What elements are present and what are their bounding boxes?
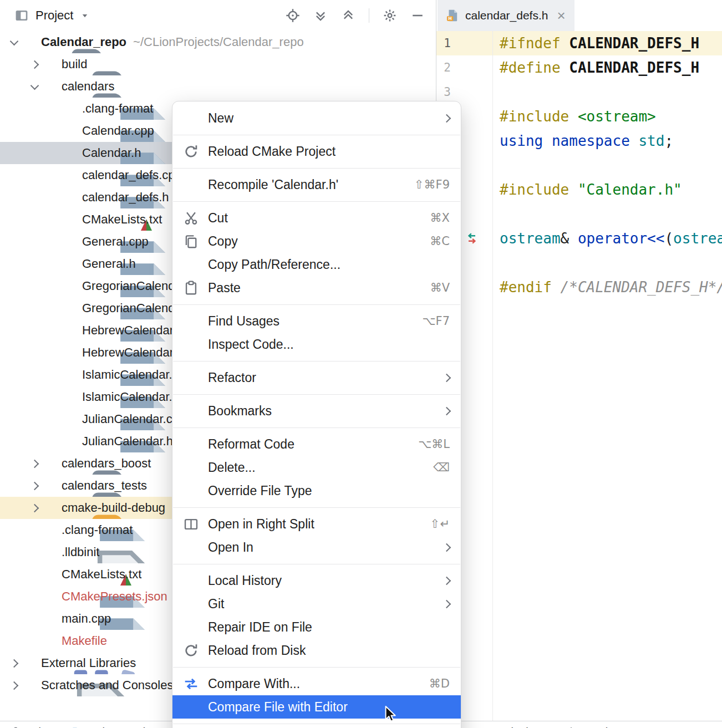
tree-item-label: General.h bbox=[82, 257, 136, 271]
code-line[interactable]: 8 bbox=[436, 202, 722, 226]
tree-item-label: HebrewCalendar.h bbox=[82, 345, 183, 360]
code-text: #include <ostream> bbox=[492, 108, 656, 125]
submenu-chevron-icon bbox=[443, 114, 451, 123]
tree-item-calendars[interactable]: calendars bbox=[0, 75, 436, 98]
tree-chevron-icon[interactable] bbox=[26, 85, 43, 89]
menu-separator bbox=[173, 168, 460, 169]
token-keyword: using bbox=[500, 133, 552, 149]
menu-item-repair-ide-on-file[interactable]: Repair IDE on File bbox=[172, 615, 461, 639]
editor-tab-calendar-defs-h[interactable]: calendar_defs.h × bbox=[438, 0, 574, 31]
menu-item-inspect-code[interactable]: Inspect Code... bbox=[172, 333, 461, 356]
project-pane-icon bbox=[14, 8, 29, 23]
tree-item-label: Makefile bbox=[62, 634, 107, 648]
select-opened-file-button[interactable] bbox=[286, 8, 300, 23]
expand-all-button[interactable] bbox=[313, 8, 328, 23]
code-line[interactable]: 9ostream& operator<<(ostream& out, ... bbox=[436, 226, 722, 251]
submenu-chevron-icon bbox=[443, 599, 451, 608]
toolwindow-button-git[interactable]: Git bbox=[12, 726, 44, 728]
tree-chevron-icon[interactable] bbox=[6, 683, 22, 689]
menu-item-bookmarks[interactable]: Bookmarks bbox=[172, 399, 461, 422]
tree-item-label: cmake-build-debug bbox=[62, 501, 165, 515]
tree-chevron-icon[interactable] bbox=[26, 505, 43, 511]
collapse-all-button[interactable] bbox=[341, 8, 355, 23]
code-line[interactable]: 10 bbox=[436, 251, 722, 275]
split-icon bbox=[184, 517, 199, 532]
tree-item-label: calendars_boost bbox=[62, 456, 151, 471]
menu-item-copy[interactable]: Copy⌘C bbox=[172, 230, 461, 253]
menu-item-refactor[interactable]: Refactor bbox=[172, 366, 461, 389]
menu-item-delete[interactable]: Delete...⌫ bbox=[172, 456, 461, 479]
menu-item-recompile-calendar-h[interactable]: Recompile 'Calendar.h'⇧⌘F9 bbox=[172, 173, 461, 196]
project-view-selector[interactable]: Project bbox=[14, 8, 90, 23]
toolwindow-button-terminal[interactable]: Terminal bbox=[469, 726, 528, 728]
options-menu-button[interactable] bbox=[383, 8, 397, 23]
code-line[interactable]: 11#endif /*CALENDAR_DEFS_H*/ bbox=[436, 275, 722, 299]
tree-chevron-icon[interactable] bbox=[26, 62, 43, 68]
code-line[interactable]: 3 bbox=[436, 80, 722, 104]
tree-item-label: Scratches and Consoles bbox=[41, 678, 173, 693]
toolwindow-button-python-packages[interactable]: Python Packages bbox=[69, 726, 173, 728]
editor-tab-label: calendar_defs.h bbox=[465, 9, 548, 22]
tree-chevron-icon[interactable] bbox=[26, 461, 43, 467]
menu-item-git[interactable]: Git bbox=[172, 592, 461, 615]
menu-item-compare-with[interactable]: Compare With...⌘D bbox=[172, 672, 461, 695]
menu-item-label: Find Usages bbox=[208, 314, 411, 329]
menu-item-label: Repair IDE on File bbox=[208, 620, 450, 635]
menu-item-reload-cmake-project[interactable]: Reload CMake Project bbox=[172, 140, 461, 163]
menu-item-open-in-right-split[interactable]: Open in Right Split⇧↵ bbox=[172, 512, 461, 536]
token-macro: CALENDAR_DEFS_H bbox=[569, 35, 699, 52]
compare-icon bbox=[184, 676, 199, 691]
line-number: 2 bbox=[436, 61, 451, 74]
tree-item-build[interactable]: build bbox=[0, 53, 436, 75]
token-plain: ( bbox=[664, 230, 673, 247]
token-string: "Calendar.h" bbox=[578, 181, 682, 198]
code-line[interactable]: 5using namespace std; bbox=[436, 129, 722, 153]
tree-item-label: IslamicCalendar.h bbox=[82, 390, 179, 404]
menu-item-shortcut: ⇧↵ bbox=[430, 517, 450, 531]
menu-item-label: Compare File with Editor bbox=[208, 700, 450, 715]
tree-item-label: calendar_defs.h bbox=[82, 190, 169, 205]
toolwindow-button-services[interactable]: Services bbox=[565, 726, 626, 728]
menu-item-override-file-type[interactable]: Override File Type bbox=[172, 479, 461, 502]
tree-chevron-icon[interactable] bbox=[6, 40, 22, 44]
close-icon[interactable]: × bbox=[557, 8, 565, 23]
menu-item-copy-path-reference[interactable]: Copy Path/Reference... bbox=[172, 253, 461, 276]
menu-item-paste[interactable]: Paste⌘V bbox=[172, 276, 461, 299]
code-area[interactable]: 1#ifndef CALENDAR_DEFS_H2#define CALENDA… bbox=[436, 31, 722, 721]
tree-item-calendar-repo[interactable]: Calendar_repo~/CLionProjects/Calendar_re… bbox=[0, 31, 436, 53]
menu-item-label: Refactor bbox=[208, 370, 433, 385]
menu-item-find-usages[interactable]: Find Usages⌥F7 bbox=[172, 309, 461, 333]
tree-chevron-icon[interactable] bbox=[26, 483, 43, 489]
menu-item-local-history[interactable]: Local History bbox=[172, 569, 461, 592]
menu-item-reload-from-disk[interactable]: Reload from Disk bbox=[172, 639, 461, 662]
menu-item-open-in[interactable]: Open In bbox=[172, 536, 461, 559]
tree-chevron-icon[interactable] bbox=[6, 660, 22, 666]
menu-separator bbox=[173, 427, 460, 428]
code-text: using namespace std; bbox=[492, 133, 673, 149]
code-line[interactable]: 2#define CALENDAR_DEFS_H bbox=[436, 55, 722, 80]
chevron-down-icon bbox=[80, 11, 90, 21]
mouse-cursor bbox=[384, 705, 399, 724]
hide-panel-button[interactable] bbox=[410, 8, 425, 23]
code-line[interactable]: 1#ifndef CALENDAR_DEFS_H bbox=[436, 31, 722, 55]
token-comment: /*CALENDAR_DEFS_H*/ bbox=[561, 279, 722, 296]
menu-item-reformat-code[interactable]: Reformat Code⌥⌘L bbox=[172, 432, 461, 456]
menu-item-label: Open in Right Split bbox=[208, 517, 419, 532]
menu-item-cut[interactable]: Cut⌘X bbox=[172, 206, 461, 230]
code-line[interactable]: 4#include <ostream> bbox=[436, 104, 722, 129]
code-line[interactable]: 7#include "Calendar.h" bbox=[436, 177, 722, 202]
menu-item-label: Recompile 'Calendar.h' bbox=[208, 177, 403, 192]
menu-item-compare-file-with-editor[interactable]: Compare File with Editor bbox=[172, 695, 461, 719]
token-keyword: namespace bbox=[552, 133, 639, 149]
code-text: #endif /*CALENDAR_DEFS_H*/ bbox=[492, 279, 722, 296]
bottom-bar-right-group: TerminalServices bbox=[469, 726, 625, 728]
token-directive: #include bbox=[500, 181, 578, 198]
menu-item-label: Compare With... bbox=[208, 676, 418, 691]
tree-item-label: JulianCalendar.cpp bbox=[82, 412, 186, 426]
code-line[interactable]: 6 bbox=[436, 153, 722, 177]
tree-item-label: .lldbinit bbox=[62, 545, 99, 559]
menu-item-new[interactable]: New bbox=[172, 106, 461, 130]
h-file-icon bbox=[446, 9, 460, 22]
editor-pane: calendar_defs.h × 1#ifndef CALENDAR_DEFS… bbox=[436, 0, 722, 721]
tree-item-label: Calendar.h bbox=[82, 146, 141, 160]
